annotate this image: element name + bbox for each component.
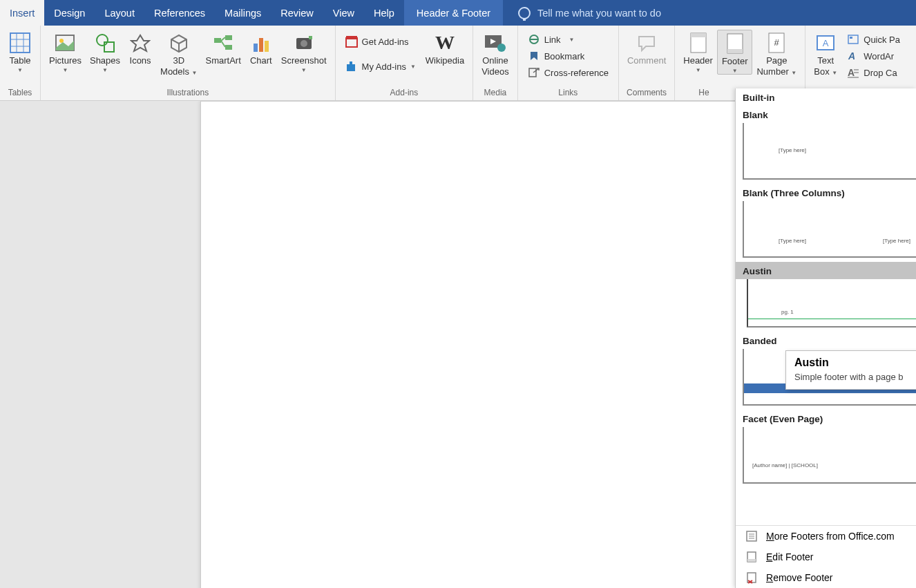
- icons-button[interactable]: Icons: [124, 30, 156, 66]
- video-icon: [484, 31, 507, 55]
- svg-rect-23: [529, 68, 536, 77]
- dropcap-button[interactable]: A Drop Ca: [847, 66, 900, 79]
- tab-view[interactable]: View: [323, 0, 364, 26]
- svg-text:#: #: [774, 37, 780, 48]
- footer-label: Footer: [722, 57, 748, 66]
- get-addins-button[interactable]: Get Add-ins: [345, 34, 416, 49]
- svg-text:A: A: [848, 67, 855, 78]
- quick-parts-button[interactable]: Quick Pa: [847, 32, 900, 46]
- group-links: Link ▼ Bookmark Cross-reference Links: [518, 26, 619, 100]
- gallery-preview-blank3[interactable]: [Type here] [Type here]: [743, 201, 916, 258]
- textbox-icon: A: [814, 31, 837, 55]
- svg-rect-32: [848, 35, 858, 44]
- tab-layout[interactable]: Layout: [95, 0, 144, 26]
- preview-placeholder: [Type here]: [779, 238, 806, 244]
- group-media: Online Videos Media: [473, 26, 518, 100]
- header-icon: [687, 31, 710, 55]
- page-number-button[interactable]: # Page Number ▼: [752, 30, 801, 77]
- link-button[interactable]: Link ▼: [528, 32, 609, 46]
- wikipedia-icon: W: [433, 31, 457, 55]
- chevron-down-icon: ▼: [192, 70, 198, 76]
- tab-header-footer[interactable]: Header & Footer: [404, 0, 503, 26]
- online-videos-label-1: Online: [482, 56, 508, 66]
- wordart-button[interactable]: A WordAr: [847, 49, 900, 63]
- chevron-down-icon: ▼: [301, 67, 307, 73]
- tab-references[interactable]: References: [144, 0, 215, 26]
- wikipedia-button[interactable]: W Wikipedia: [421, 30, 468, 66]
- 3d-models-button[interactable]: 3D Models ▼: [156, 30, 201, 77]
- my-addins-label: My Add-ins: [362, 61, 406, 72]
- more-footers-label: More Footers from Office.com: [766, 531, 895, 542]
- crossref-button[interactable]: Cross-reference: [528, 66, 609, 79]
- chevron-down-icon: ▼: [102, 67, 108, 73]
- svg-rect-33: [850, 37, 852, 39]
- screenshot-button[interactable]: Screenshot ▼: [277, 30, 331, 73]
- document-page[interactable]: [200, 101, 736, 588]
- gallery-preview-facet[interactable]: [Author name] | [SCHOOL]: [743, 427, 916, 484]
- online-videos-label-2: Videos: [481, 67, 509, 77]
- svg-point-21: [497, 44, 506, 52]
- my-addins-button[interactable]: My Add-ins ▼: [345, 59, 416, 74]
- chevron-down-icon: ▼: [569, 37, 575, 43]
- wordart-label: WordAr: [863, 51, 894, 61]
- gallery-item-facet[interactable]: Facet (Even Page): [736, 410, 916, 427]
- chart-button[interactable]: Chart: [245, 30, 277, 66]
- group-comments: Comment Comments: [619, 26, 675, 100]
- table-button[interactable]: Table ▼: [4, 30, 36, 73]
- bookmark-label: Bookmark: [544, 51, 585, 61]
- chevron-down-icon: ▼: [17, 67, 23, 73]
- crossref-icon: [528, 67, 540, 78]
- bookmark-button[interactable]: Bookmark: [528, 49, 609, 63]
- footer-button[interactable]: Footer ▼: [717, 30, 753, 75]
- gallery-item-blank[interactable]: Blank: [736, 106, 916, 123]
- smartart-button[interactable]: SmartArt: [202, 30, 245, 66]
- chevron-down-icon: ▼: [63, 67, 68, 73]
- svg-rect-0: [10, 33, 30, 53]
- remove-footer[interactable]: Remove Footer: [736, 567, 916, 588]
- bookmark-icon: [528, 50, 540, 61]
- footer-gallery-dropdown: Built-in Blank [Type here] Blank (Three …: [735, 88, 916, 588]
- tab-insert[interactable]: Insert: [0, 0, 44, 26]
- chevron-down-icon: ▼: [832, 70, 837, 76]
- tab-design[interactable]: Design: [44, 0, 95, 26]
- chevron-down-icon: ▼: [791, 70, 796, 76]
- gallery-item-austin[interactable]: Austin: [736, 262, 916, 279]
- svg-rect-14: [265, 41, 269, 52]
- tab-help[interactable]: Help: [364, 0, 404, 26]
- gallery-preview-blank[interactable]: [Type here]: [743, 123, 916, 180]
- chevron-down-icon: ▼: [410, 64, 416, 70]
- gallery-item-blank3[interactable]: Blank (Three Columns): [736, 184, 916, 201]
- dropcap-icon: A: [847, 67, 859, 78]
- online-videos-button[interactable]: Online Videos: [477, 30, 513, 77]
- header-button[interactable]: Header ▼: [679, 30, 717, 73]
- link-icon: [528, 34, 540, 45]
- chevron-down-icon: ▼: [732, 68, 738, 74]
- page-number-icon: #: [765, 31, 788, 55]
- group-tables: Table ▼ Tables: [0, 26, 41, 100]
- textbox-label-1: Text: [817, 56, 834, 66]
- svg-text:A: A: [848, 50, 855, 61]
- pictures-label: Pictures: [49, 56, 82, 66]
- gallery-item-banded[interactable]: Banded: [736, 332, 916, 349]
- edit-footer[interactable]: Edit Footer: [736, 547, 916, 567]
- gallery-preview-austin[interactable]: pg. 1: [747, 279, 916, 328]
- get-addins-label: Get Add-ins: [362, 37, 409, 47]
- gallery-footer-commands: More Footers from Office.com Edit Footer…: [736, 525, 916, 588]
- wikipedia-label: Wikipedia: [426, 56, 464, 66]
- office-icon: [745, 530, 758, 542]
- more-footers-office[interactable]: More Footers from Office.com: [736, 526, 916, 547]
- tab-review[interactable]: Review: [271, 0, 323, 26]
- comment-button[interactable]: Comment: [623, 30, 670, 66]
- svg-text:A: A: [823, 38, 829, 48]
- tab-mailings[interactable]: Mailings: [215, 0, 271, 26]
- pictures-icon: [53, 31, 77, 55]
- screenshot-label: Screenshot: [281, 56, 327, 66]
- text-box-button[interactable]: A Text Box ▼: [810, 30, 841, 77]
- tell-me-search[interactable]: Tell me what you want to do: [503, 0, 661, 26]
- link-label: Link: [544, 35, 561, 45]
- wordart-icon: A: [847, 50, 859, 61]
- footer-icon: [723, 32, 747, 55]
- pictures-button[interactable]: Pictures ▼: [45, 30, 86, 73]
- shapes-button[interactable]: Shapes ▼: [86, 30, 124, 73]
- smartart-label: SmartArt: [206, 56, 241, 66]
